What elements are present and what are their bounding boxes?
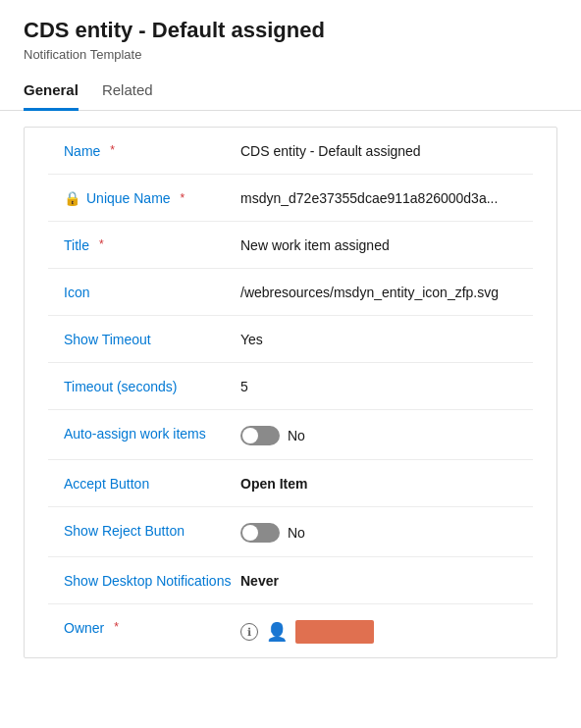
field-row-name: Name* CDS entity - Default assigned (48, 128, 533, 175)
tab-bar: General Related (0, 74, 581, 111)
value-accept-button: Open Item (240, 474, 517, 492)
label-icon: Icon (64, 283, 240, 300)
label-unique-name: 🔒 Unique Name* (64, 188, 240, 206)
field-row-owner: Owner* ℹ 👤 (48, 604, 533, 657)
value-auto-assign: No (240, 424, 517, 445)
value-timeout-seconds: 5 (240, 377, 517, 394)
value-show-reject: No (240, 521, 517, 543)
label-auto-assign: Auto-assign work items (64, 424, 240, 442)
field-row-title: Title* New work item assigned (48, 222, 533, 269)
value-show-timeout: Yes (240, 330, 517, 347)
page-subtitle: Notification Template (24, 47, 557, 62)
field-row-timeout-seconds: Timeout (seconds) 5 (48, 363, 533, 410)
field-row-accept-button: Accept Button Open Item (48, 460, 533, 507)
field-row-show-desktop: Show Desktop Notifications Never (48, 557, 533, 604)
field-row-unique-name: 🔒 Unique Name* msdyn_d72e37355dcae911a82… (48, 175, 533, 222)
label-show-desktop: Show Desktop Notifications (64, 571, 240, 589)
label-show-timeout: Show Timeout (64, 330, 240, 347)
tab-related[interactable]: Related (102, 74, 153, 111)
label-name: Name* (64, 141, 240, 159)
value-owner: ℹ 👤 (240, 618, 517, 644)
label-show-reject: Show Reject Button (64, 521, 240, 539)
label-accept-button: Accept Button (64, 474, 240, 492)
toggle-show-reject[interactable] (240, 523, 280, 543)
person-icon: 👤 (266, 621, 288, 643)
field-row-show-reject: Show Reject Button No (48, 507, 533, 557)
value-name: CDS entity - Default assigned (240, 141, 517, 159)
value-show-desktop: Never (240, 571, 517, 589)
info-circle-icon: ℹ (240, 623, 258, 641)
toggle-auto-assign-label: No (288, 428, 305, 443)
page-title: CDS entity - Default assigned (24, 18, 557, 43)
value-unique-name: msdyn_d72e37355dcae911a826000d3a... (240, 188, 517, 206)
owner-value-box[interactable] (295, 620, 374, 644)
tab-general[interactable]: General (24, 74, 79, 111)
lock-icon: 🔒 (64, 190, 80, 206)
value-title: New work item assigned (240, 235, 517, 253)
label-timeout-seconds: Timeout (seconds) (64, 377, 240, 394)
toggle-auto-assign[interactable] (240, 426, 280, 445)
toggle-show-reject-label: No (288, 525, 305, 541)
field-row-show-timeout: Show Timeout Yes (48, 316, 533, 363)
page-header: CDS entity - Default assigned Notificati… (0, 0, 581, 62)
field-row-icon: Icon /webresources/msdyn_entity_icon_zfp… (48, 269, 533, 316)
value-icon: /webresources/msdyn_entity_icon_zfp.svg (240, 283, 517, 300)
label-owner: Owner* (64, 618, 240, 636)
field-row-auto-assign: Auto-assign work items No (48, 410, 533, 460)
form-container: Name* CDS entity - Default assigned 🔒 Un… (24, 127, 557, 658)
label-title: Title* (64, 235, 240, 253)
